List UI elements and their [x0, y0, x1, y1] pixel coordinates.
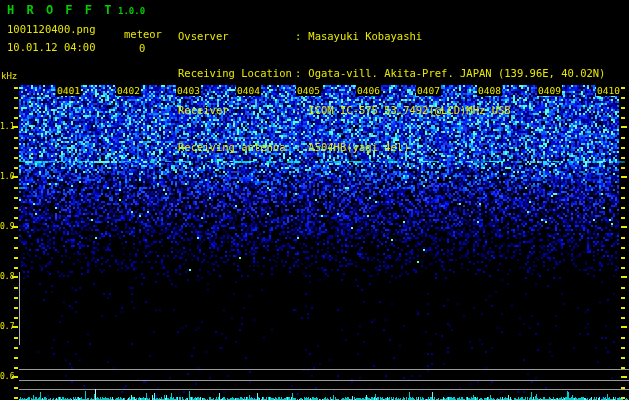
info-row-location: Receiving Location:Ogata-vill. Akita-Pre… [178, 67, 605, 79]
info-value: Ogata-vill. Akita-Pref. JAPAN (139.96E, … [308, 67, 605, 79]
y-tick-label: 0.9 [0, 222, 13, 232]
x-tick-label: 0406 [356, 85, 381, 96]
x-tick-label: 0408 [477, 85, 502, 96]
info-value: A504HB(yagi 4el) [308, 141, 409, 153]
x-tick-label: 0404 [236, 85, 261, 96]
info-label: Receiving Location [178, 67, 295, 79]
x-tick-label: 0403 [176, 85, 201, 96]
meteor-count: 0 [139, 42, 145, 54]
x-tick-label: 0401 [56, 85, 81, 96]
app-version: 1.0.0 [118, 6, 145, 16]
hrofft-screen: H R O F F T 1.0.0 1001120400.png 10.01.1… [0, 0, 629, 400]
y-tick-label: 0.6 [0, 372, 13, 382]
x-tick-label: 0410 [596, 85, 621, 96]
info-colon: : [295, 141, 301, 153]
y-axis-unit-label: kHz [1, 71, 17, 81]
output-filename: 1001120400.png [7, 23, 96, 35]
x-tick-label: 0409 [537, 85, 562, 96]
info-colon: : [295, 30, 301, 42]
info-label: Ovserver [178, 30, 295, 42]
info-row-observer: Ovserver:Masayuki Kobayashi [178, 30, 605, 42]
app-title: H R O F F T [7, 3, 114, 17]
x-tick-label: 0405 [296, 85, 321, 96]
y-tick-label: 1.0 [0, 172, 13, 182]
x-tick-label: 0407 [416, 85, 441, 96]
y-tick-label: 0.8 [0, 272, 13, 282]
info-label: Receiver [178, 104, 295, 116]
y-tick-label: 1.1 [0, 122, 13, 132]
y-tick-label: 0.7 [0, 322, 13, 332]
info-label: Receiving antenna [178, 141, 295, 153]
info-colon: : [295, 67, 301, 79]
observation-datetime: 10.01.12 04:00 [7, 41, 96, 53]
x-tick-label: 0402 [116, 85, 141, 96]
info-colon: : [295, 104, 301, 116]
info-value: ICOM IC-575 53.7492(@LCD)MHz USB [308, 104, 510, 116]
meteor-label: meteor [124, 28, 162, 40]
info-row-antenna: Receiving antenna:A504HB(yagi 4el) [178, 141, 605, 153]
info-row-receiver: Receiver:ICOM IC-575 53.7492(@LCD)MHz US… [178, 104, 605, 116]
info-value: Masayuki Kobayashi [308, 30, 422, 42]
